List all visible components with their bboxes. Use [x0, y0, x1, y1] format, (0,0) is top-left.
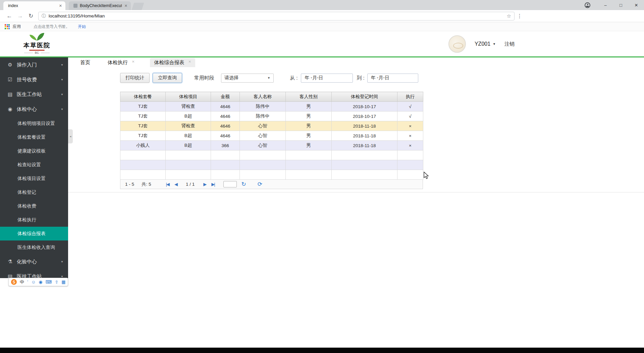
punctuation-icon[interactable]: ’: [27, 279, 28, 284]
bookmark-star-icon[interactable]: ☆: [507, 13, 511, 19]
table-header-row: 体检套餐 体检项目 金额 客人名称 客人性别 体检登记时间 执行: [120, 92, 423, 102]
minimize-button[interactable]: –: [598, 0, 613, 10]
sidebar-item-doctor-income-query[interactable]: 医生体检收入查询: [0, 240, 68, 254]
table-row[interactable]: 小贱人 B超 366 心智 男 2018-11-18 ×: [120, 141, 423, 150]
col-header: 客人名称: [240, 92, 286, 102]
sidebar-item-checkup-detail-settings[interactable]: 体检明细项目设置: [0, 117, 68, 130]
maximize-button[interactable]: □: [613, 0, 629, 10]
toolbox-icon[interactable]: ▦: [61, 279, 65, 284]
query-now-button[interactable]: 立即查询: [153, 73, 182, 83]
page-tab-bar: 首页 体检执行 ✕ 体检综合报表 ✕: [68, 57, 644, 68]
logo-subtitle: BC: [18, 51, 55, 54]
url-field[interactable]: ⓘ localhost:13195/Home/Mian ☆: [38, 12, 515, 20]
close-button[interactable]: ✕: [629, 0, 644, 10]
chevron-down-icon: ▼: [61, 93, 63, 96]
table-row[interactable]: TJ套 B超 4646 陈伟中 男 2018-10-17 √: [120, 112, 423, 121]
next-page-icon[interactable]: ▶: [203, 182, 206, 187]
tab-title: BodyCheckItemExecute: [80, 3, 122, 8]
print-stats-button[interactable]: 打印统计: [120, 73, 150, 83]
from-date-input[interactable]: [301, 74, 353, 83]
sidebar-item-registration-fees[interactable]: ☑ 挂号收费 ▼: [0, 72, 68, 87]
table-row-selected[interactable]: TJ套 肾检查 4646 心智 男 2018-11-18 ×: [120, 121, 423, 131]
sidebar-group-label: 挂号收费: [17, 77, 61, 83]
cell-executed-mark: ×: [397, 131, 423, 141]
forward-icon[interactable]: →: [15, 13, 25, 19]
table-row[interactable]: TJ套 肾检查 4646 陈伟中 男 2018-10-17 √: [120, 102, 423, 112]
period-select[interactable]: 请选择 ▼: [221, 74, 274, 83]
back-icon[interactable]: ←: [4, 13, 15, 19]
sidebar-collapse-handle[interactable]: ◂: [68, 129, 73, 143]
tab-home[interactable]: 首页: [78, 58, 92, 67]
sidebar-item-medtech-workstation[interactable]: ▤ 医技工作站 ▼: [0, 269, 68, 278]
tab-close-icon[interactable]: ✕: [124, 4, 127, 8]
browser-tab-bodycheck[interactable]: BodyCheckItemExecute ✕: [69, 1, 131, 10]
sidebar-item-doctor-workstation[interactable]: ▤ 医生工作站 ▼: [0, 87, 68, 102]
cell: 肾检查: [166, 102, 211, 112]
tab-close-icon[interactable]: ✕: [59, 4, 62, 8]
sidebar-item-health-advice-template[interactable]: 健康建议模板: [0, 144, 68, 158]
apps-grid-icon[interactable]: [5, 24, 10, 29]
pagination-bar: 1 - 5 共: 5 |◀ ◀ 1 / 1 ▶ ▶| ↻ ⟳: [120, 180, 423, 189]
prev-page-icon[interactable]: ◀: [174, 182, 177, 187]
browser-address-bar: ← → ↻ ⓘ localhost:13195/Home/Mian ☆ ⋮: [0, 10, 644, 22]
window-controls: – □ ✕: [585, 0, 644, 10]
tab-label: 首页: [80, 59, 90, 66]
new-tab-button[interactable]: [131, 3, 144, 10]
cell: 2018-10-17: [332, 102, 397, 112]
go-icon[interactable]: ↻: [241, 181, 246, 188]
chevron-down-icon: ▼: [61, 78, 63, 81]
goto-page-input[interactable]: [223, 181, 237, 187]
sidebar-item-checkup-report[interactable]: 体检综合报表: [0, 227, 68, 240]
mic-icon[interactable]: ◉: [39, 279, 42, 284]
first-page-icon[interactable]: |◀: [166, 182, 169, 187]
cell: 2018-11-18: [332, 121, 397, 131]
cell: TJ套: [120, 102, 166, 112]
refresh-icon[interactable]: ⟳: [258, 181, 262, 188]
emoji-icon[interactable]: ☺: [31, 279, 36, 284]
col-header: 客人性别: [286, 92, 332, 102]
hospital-logo: 本草医院 BC: [18, 33, 55, 54]
browser-menu-icon[interactable]: ⋮: [515, 13, 525, 19]
sidebar-item-lab-center[interactable]: ⚗ 化验中心 ▼: [0, 254, 68, 269]
sidebar-item-package-settings[interactable]: 体检套餐设置: [0, 130, 68, 144]
skin-icon[interactable]: ⇧: [55, 279, 58, 284]
profile-icon[interactable]: [585, 2, 590, 8]
sidebar-item-station-settings[interactable]: 检查站设置: [0, 158, 68, 172]
report-toolbar: 打印统计 立即查询 常用时段 请选择 ▼ 从 : 到 :: [120, 73, 644, 83]
logout-link[interactable]: 注销: [504, 41, 515, 47]
tab-close-icon[interactable]: ✕: [132, 60, 135, 63]
sidebar-item-checkup-item-settings[interactable]: 体检项目设置: [0, 172, 68, 185]
user-area: YZ001 ▼ 注销: [448, 35, 515, 53]
browser-tab-index[interactable]: index ✕: [3, 1, 65, 10]
tab-checkup-execute[interactable]: 体检执行 ✕: [106, 58, 137, 67]
last-page-icon[interactable]: ▶|: [211, 182, 214, 187]
keyboard-icon[interactable]: ⌨: [46, 279, 52, 284]
avatar[interactable]: [448, 35, 466, 53]
site-info-icon[interactable]: ⓘ: [42, 13, 46, 19]
bookmark-start-link[interactable]: 开始: [78, 24, 86, 30]
cell: B超: [166, 112, 211, 121]
cell: 心智: [240, 121, 286, 131]
sidebar-item-checkup-execute[interactable]: 体检执行: [0, 213, 68, 227]
apps-label[interactable]: 应用: [13, 24, 21, 30]
user-dropdown[interactable]: YZ001 ▼: [475, 41, 496, 47]
cell-executed-mark: ×: [397, 121, 423, 131]
reload-icon[interactable]: ↻: [25, 12, 36, 19]
cell: 男: [286, 112, 332, 121]
sidebar-item-checkup-center[interactable]: ◉ 体检中心 ▼: [0, 102, 68, 117]
from-label: 从 :: [290, 75, 298, 81]
cell: 男: [286, 121, 332, 131]
to-date-input[interactable]: [367, 74, 418, 83]
chinese-mode-icon[interactable]: 中: [20, 279, 24, 285]
tab-title: index: [8, 3, 56, 8]
logo-accent: [29, 50, 45, 51]
sogou-logo[interactable]: S: [11, 279, 17, 285]
table-row[interactable]: TJ套 B超 4646 心智 男 2018-11-18 ×: [120, 131, 423, 141]
tab-close-icon[interactable]: ✕: [188, 60, 191, 63]
sidebar-item-getting-started[interactable]: ⚙ 操作入门 ▼: [0, 57, 68, 72]
user-id-label: YZ001: [475, 41, 490, 47]
sidebar-item-checkup-registration[interactable]: 体检登记: [0, 185, 68, 199]
sidebar-item-checkup-fees[interactable]: 体检收费: [0, 199, 68, 213]
to-label: 到 :: [357, 75, 364, 81]
tab-checkup-report[interactable]: 体检综合报表 ✕: [150, 58, 195, 67]
